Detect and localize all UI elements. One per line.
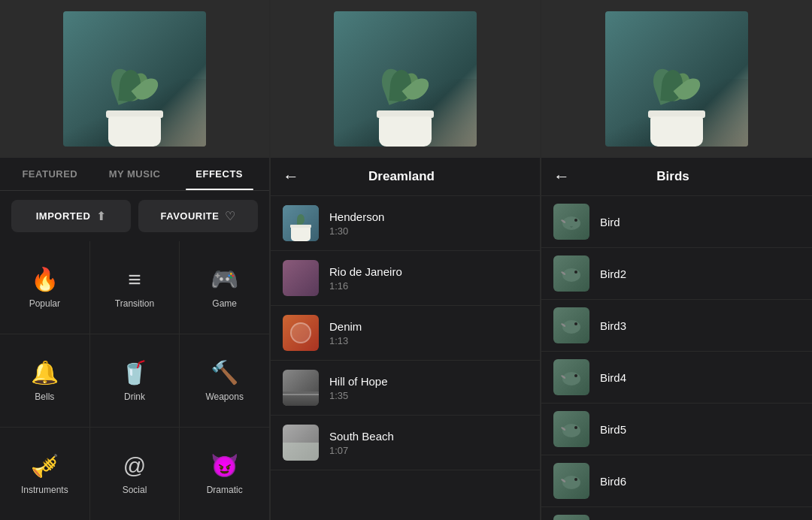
svg-point-2 <box>562 268 580 282</box>
track-duration-denim: 1:13 <box>329 335 528 346</box>
track-duration-south: 1:07 <box>329 445 528 456</box>
transition-icon: ≡ <box>128 267 141 292</box>
svg-point-11 <box>574 478 577 481</box>
svg-point-6 <box>562 372 580 385</box>
bird-thumb-5 <box>553 411 589 447</box>
track-thumb-denim <box>283 315 319 351</box>
thumbnail-image <box>63 11 206 147</box>
favourite-button[interactable]: FAVOURITE ♡ <box>138 200 258 232</box>
category-game[interactable]: 🎮 Game <box>180 241 269 334</box>
birds-panel: ← Birds Bird <box>541 0 812 520</box>
svg-point-3 <box>574 271 577 274</box>
social-icon: @ <box>123 453 146 479</box>
category-popular[interactable]: 🔥 Popular <box>0 241 89 334</box>
birds-header: ← Birds <box>541 158 812 196</box>
effects-panel: FEATURED MY MUSIC EFFECTS IMPORTED ⬆ FAV… <box>0 0 271 520</box>
svg-point-4 <box>562 320 580 334</box>
dreamland-thumbnail <box>271 0 540 158</box>
dramatic-icon: 😈 <box>211 452 238 479</box>
effects-thumbnail <box>0 0 269 158</box>
svg-point-9 <box>574 426 577 429</box>
bird-thumb-7 <box>553 515 589 520</box>
imported-button[interactable]: IMPORTED ⬆ <box>11 200 131 232</box>
category-dramatic[interactable]: 😈 Dramatic <box>180 428 269 520</box>
dreamland-track-list: Henderson 1:30 Rio de Janeiro 1:16 Denim… <box>271 196 540 520</box>
birds-thumbnail <box>541 0 812 158</box>
track-info-south: South Beach 1:07 <box>329 430 528 456</box>
track-rio[interactable]: Rio de Janeiro 1:16 <box>271 251 540 306</box>
track-henderson[interactable]: Henderson 1:30 <box>271 196 540 251</box>
bird-list: Bird Bird2 Bird3 <box>541 196 812 520</box>
bird-name-6: Bird6 <box>600 475 626 488</box>
bird-name-1: Bird <box>600 216 620 228</box>
svg-point-1 <box>574 219 577 222</box>
action-row: IMPORTED ⬆ FAVOURITE ♡ <box>0 191 269 241</box>
instruments-icon: 🎺 <box>31 452 59 479</box>
track-duration-hill: 1:35 <box>329 390 528 401</box>
svg-point-5 <box>574 322 577 325</box>
track-denim[interactable]: Denim 1:13 <box>271 306 540 361</box>
tab-bar: FEATURED MY MUSIC EFFECTS <box>0 158 269 191</box>
bird-item-6[interactable]: Bird6 <box>541 455 812 507</box>
dreamland-panel: ← Dreamland Henderson 1:30 Rio d <box>271 0 541 520</box>
track-info-denim: Denim 1:13 <box>329 320 528 346</box>
game-icon: 🎮 <box>211 266 238 292</box>
fire-icon: 🔥 <box>31 266 59 292</box>
birds-title: Birds <box>577 169 768 184</box>
track-name-rio: Rio de Janeiro <box>329 265 528 278</box>
svg-point-10 <box>562 476 580 489</box>
dreamland-thumbnail-image <box>334 11 477 147</box>
tab-my-music[interactable]: MY MUSIC <box>92 158 177 190</box>
drink-icon: 🥤 <box>120 359 148 385</box>
track-hill[interactable]: Hill of Hope 1:35 <box>271 361 540 416</box>
track-thumb-hill <box>283 370 319 406</box>
track-thumb-south <box>283 425 319 461</box>
birds-thumbnail-image <box>605 11 748 147</box>
track-thumb-henderson <box>283 205 319 241</box>
bird-item-7[interactable]: Bird7 <box>541 507 812 520</box>
track-name-henderson: Henderson <box>329 210 528 223</box>
svg-point-0 <box>562 216 580 230</box>
bird-item-5[interactable]: Bird5 <box>541 404 812 455</box>
category-weapons[interactable]: 🔨 Weapons <box>180 334 269 427</box>
dreamland-header: ← Dreamland <box>271 158 540 196</box>
track-info-rio: Rio de Janeiro 1:16 <box>329 265 528 292</box>
bird-name-3: Bird3 <box>600 319 626 332</box>
track-info-hill: Hill of Hope 1:35 <box>329 375 528 401</box>
svg-point-7 <box>574 374 577 377</box>
back-button-birds[interactable]: ← <box>553 168 570 185</box>
track-info-henderson: Henderson 1:30 <box>329 210 528 237</box>
dreamland-title: Dreamland <box>307 169 496 184</box>
category-transition[interactable]: ≡ Transition <box>90 241 180 334</box>
bird-item-2[interactable]: Bird2 <box>541 248 812 300</box>
bird-item-1[interactable]: Bird <box>541 196 812 248</box>
track-name-denim: Denim <box>329 320 528 333</box>
bird-name-5: Bird5 <box>600 423 626 436</box>
bird-thumb-3 <box>553 307 589 343</box>
tab-featured[interactable]: FEATURED <box>8 158 92 190</box>
tab-effects[interactable]: EFFECTS <box>177 158 262 190</box>
category-instruments[interactable]: 🎺 Instruments <box>0 428 89 520</box>
bird-thumb-2 <box>553 255 589 292</box>
category-bells[interactable]: 🔔 Bells <box>0 334 89 427</box>
bird-name-2: Bird2 <box>600 268 626 280</box>
weapons-icon: 🔨 <box>211 359 238 385</box>
svg-point-8 <box>562 424 580 437</box>
track-duration-rio: 1:16 <box>329 280 528 292</box>
track-duration-henderson: 1:30 <box>329 225 528 237</box>
bird-thumb-4 <box>553 359 589 395</box>
heart-icon: ♡ <box>225 209 235 223</box>
bird-item-4[interactable]: Bird4 <box>541 352 812 404</box>
category-drink[interactable]: 🥤 Drink <box>90 334 180 427</box>
bird-name-4: Bird4 <box>600 371 626 384</box>
bird-thumb-1 <box>553 204 589 240</box>
track-thumb-rio <box>283 260 319 296</box>
bird-thumb-6 <box>553 463 589 499</box>
track-south[interactable]: South Beach 1:07 <box>271 416 540 470</box>
bell-icon: 🔔 <box>31 359 59 385</box>
category-social[interactable]: @ Social <box>90 428 180 520</box>
bird-item-3[interactable]: Bird3 <box>541 300 812 352</box>
back-button-dreamland[interactable]: ← <box>283 168 299 185</box>
track-name-hill: Hill of Hope <box>329 375 528 388</box>
track-name-south: South Beach <box>329 430 528 443</box>
